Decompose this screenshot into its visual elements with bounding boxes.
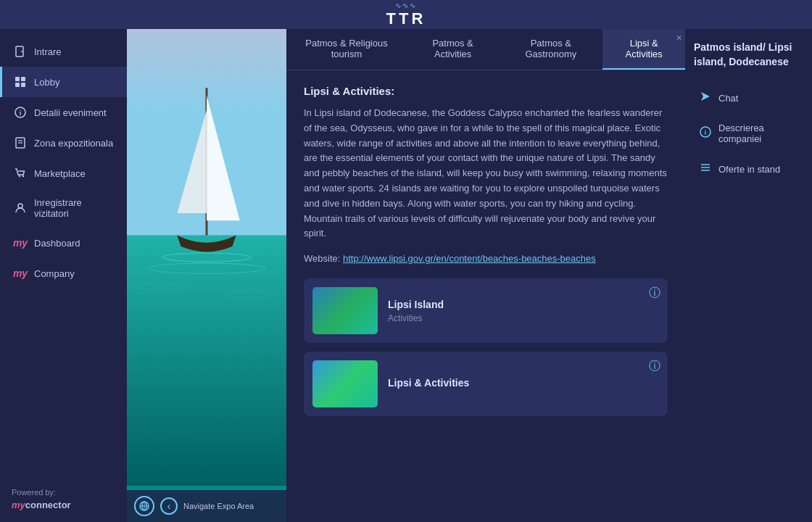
content-area: Patmos & Religious tourism Patmos & Acti…: [286, 29, 685, 522]
right-label-chat: Chat: [718, 93, 738, 104]
tab-patmos-religious[interactable]: Patmos & Religious tourism: [286, 29, 407, 70]
svg-point-11: [19, 175, 20, 177]
sidebar-label-intrare: Intrare: [34, 46, 62, 57]
sidebar-label-lobby: Lobby: [34, 77, 59, 88]
list-icon: [700, 162, 711, 176]
user-icon: [14, 202, 27, 215]
sidebar-item-inregistrare[interactable]: Inregistrare vizitatori: [0, 188, 127, 228]
card-title-2: Lipsi & Activities: [388, 377, 659, 389]
card-thumb-2: [312, 360, 378, 407]
svg-text:i: i: [20, 109, 22, 117]
sidebar-item-zona[interactable]: Zona expozitionala: [0, 128, 127, 158]
section-title: Lipsi & Activities:: [304, 85, 668, 97]
svg-rect-3: [21, 77, 25, 81]
main-layout: Intrare Lobby i Detalii eveniment: [0, 29, 812, 522]
sidebar-item-lobby[interactable]: Lobby: [0, 67, 127, 97]
right-item-oferte[interactable]: Oferte in stand: [694, 154, 803, 183]
bookmark-icon: [14, 136, 27, 149]
tab-patmos-activities[interactable]: Patmos & Activities: [407, 29, 499, 70]
info-circle-icon: i: [14, 106, 27, 119]
right-sidebar: Patmos island/ Lipsi island, Dodecanese …: [685, 29, 812, 522]
svg-rect-2: [15, 77, 20, 81]
card-info-1: Lipsi Island Activities: [388, 299, 659, 323]
svg-rect-4: [15, 83, 20, 87]
right-item-descrierea[interactable]: i Descrierea companiei: [694, 115, 803, 152]
right-label-oferte: Oferte in stand: [718, 164, 780, 175]
card-lipsi-island: Lipsi Island Activities ⓘ: [304, 278, 668, 343]
svg-point-12: [22, 175, 24, 177]
card-sub-1: Activities: [388, 313, 659, 323]
content-scroll: Lipsi & Activities: In Lipsi island of D…: [286, 70, 685, 522]
sidebar: Intrare Lobby i Detalii eveniment: [0, 29, 127, 522]
sidebar-item-dashboard[interactable]: my Dashboard: [0, 228, 127, 258]
right-label-descrierea: Descrierea companiei: [718, 123, 798, 144]
sidebar-item-company[interactable]: my Company: [0, 258, 127, 289]
right-item-chat[interactable]: Chat: [694, 83, 803, 112]
grid-icon: [14, 75, 27, 88]
navigate-bar: ‹ Navigate Expo Area: [127, 490, 286, 522]
ttr-logo: ∿∿∿ TTR: [386, 1, 426, 28]
powered-logo: myconnector: [12, 500, 115, 510]
section-body: In Lipsi island of Dodecanese, the Godde…: [304, 106, 668, 241]
boat-image: [127, 29, 286, 522]
sidebar-label-company: Company: [34, 268, 75, 279]
sidebar-item-marketplace[interactable]: Marketplace: [0, 158, 127, 188]
navigate-label: Navigate Expo Area: [183, 502, 254, 510]
right-title: Patmos island/ Lipsi island, Dodecanese: [694, 41, 803, 69]
svg-rect-5: [21, 83, 25, 87]
card-info-icon-1[interactable]: ⓘ: [649, 286, 660, 301]
card-lipsi-activities: Lipsi & Activities ⓘ: [304, 352, 668, 416]
sidebar-label-inregistrare: Inregistrare vizitatori: [34, 197, 115, 219]
powered-by: Powered by: myconnector: [0, 476, 127, 522]
map-icon[interactable]: [134, 496, 154, 516]
my-company-icon: my: [14, 267, 27, 280]
website-link[interactable]: http://www.lipsi.gov.gr/en/content/beach…: [343, 253, 596, 264]
tab-lipsi-activities[interactable]: Lipsi & Activities ✕: [602, 29, 685, 70]
card-thumb-1: [312, 287, 378, 334]
sidebar-label-dashboard: Dashboard: [34, 238, 80, 249]
tab-patmos-gastronomy[interactable]: Patmos & Gastronomy: [499, 29, 602, 70]
top-header: ∿∿∿ TTR: [0, 0, 812, 29]
door-icon: [14, 45, 27, 58]
tab-close-icon[interactable]: ✕: [676, 33, 682, 43]
my-dashboard-icon: my: [14, 236, 27, 249]
sidebar-item-detalii[interactable]: i Detalii eveniment: [0, 97, 127, 128]
send-icon: [700, 91, 711, 105]
card-info-icon-2[interactable]: ⓘ: [649, 359, 660, 374]
sidebar-item-intrare[interactable]: Intrare: [0, 36, 127, 67]
info-icon: i: [700, 126, 711, 141]
tabs-bar: Patmos & Religious tourism Patmos & Acti…: [286, 29, 685, 70]
svg-text:i: i: [705, 129, 707, 136]
svg-rect-15: [127, 236, 286, 486]
website-line: Website: http://www.lipsi.gov.gr/en/cont…: [304, 253, 668, 264]
sidebar-label-marketplace: Marketplace: [34, 168, 86, 179]
sidebar-label-zona: Zona expozitionala: [34, 138, 113, 149]
back-arrow-icon[interactable]: ‹: [160, 497, 178, 515]
svg-point-13: [18, 204, 22, 208]
center-image-panel: ‹ Navigate Expo Area: [127, 29, 286, 522]
card-info-2: Lipsi & Activities: [388, 377, 659, 392]
cart-icon: [14, 167, 27, 180]
sidebar-label-detalii: Detalii eveniment: [34, 107, 107, 118]
svg-rect-1: [21, 51, 22, 52]
card-title-1: Lipsi Island: [388, 299, 659, 310]
